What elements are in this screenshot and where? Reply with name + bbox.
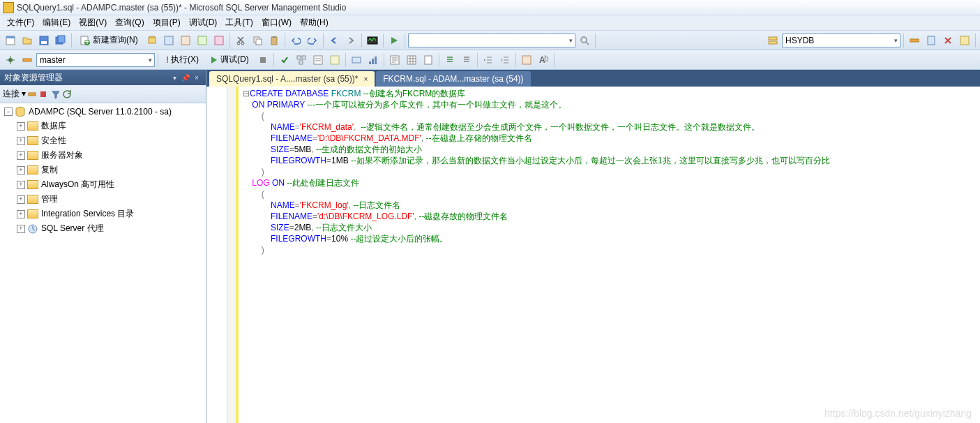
nav-forward-icon[interactable] [343, 33, 359, 48]
copy-icon[interactable] [250, 33, 265, 48]
expand-icon[interactable]: + [17, 151, 25, 160]
registered-servers-icon[interactable] [765, 33, 781, 48]
svg-rect-18 [256, 39, 262, 45]
start-debug-icon[interactable] [386, 33, 402, 48]
node-replication[interactable]: +复制 [14, 163, 204, 177]
expand-icon[interactable]: + [17, 225, 25, 233]
disconnect-icon[interactable] [940, 33, 956, 48]
menu-project[interactable]: 项目(P) [149, 15, 185, 30]
indent-less-icon[interactable] [481, 52, 496, 68]
include-stats-icon[interactable] [365, 52, 381, 68]
svg-rect-41 [407, 56, 416, 64]
results-text-icon[interactable] [387, 52, 402, 68]
svg-rect-43 [522, 56, 531, 64]
expand-icon[interactable]: + [17, 122, 25, 131]
template-explorer-icon[interactable] [957, 33, 972, 48]
connect-icon[interactable] [3, 52, 18, 68]
expand-icon[interactable]: + [17, 210, 25, 218]
svg-rect-3 [41, 41, 47, 44]
include-plan-icon[interactable] [349, 52, 364, 68]
collapse-icon[interactable]: − [4, 107, 13, 116]
node-alwayson[interactable]: +AlwaysOn 高可用性 [14, 177, 204, 192]
save-all-icon[interactable] [53, 33, 68, 48]
uncomment-icon[interactable] [459, 52, 474, 68]
nav-back-icon[interactable] [326, 33, 342, 48]
estimated-plan-icon[interactable] [294, 52, 309, 68]
separator [975, 34, 976, 47]
cancel-query-icon[interactable] [255, 52, 271, 68]
activity-monitor-icon[interactable] [365, 33, 380, 48]
db-engine-query-icon[interactable] [144, 33, 160, 48]
analysis-query-icon[interactable] [161, 33, 176, 48]
indent-more-icon[interactable] [497, 52, 513, 68]
tab-sqlquery1[interactable]: SQLQuery1.sql - A....master (sa (55))*× [209, 71, 375, 87]
expand-icon[interactable]: + [17, 166, 25, 175]
debug-button[interactable]: 调试(D) [205, 52, 254, 68]
change-connection-icon[interactable] [907, 33, 922, 48]
tab-fkcrm[interactable]: FKCRM.sql - ADAM...master (sa (54)) [376, 71, 530, 87]
dropdown-icon[interactable]: ▾ [169, 73, 179, 82]
object-tree[interactable]: − ADAMPC (SQL Server 11.0.2100 - sa) +数据… [0, 103, 206, 423]
object-explorer-header: 对象资源管理器 ▾ 📌 × [0, 70, 206, 85]
pin-icon[interactable]: 📌 [181, 73, 190, 82]
svg-rect-13 [198, 36, 206, 45]
redo-icon[interactable] [305, 33, 320, 48]
intellisense-icon[interactable] [327, 52, 342, 68]
node-databases[interactable]: +数据库 [14, 119, 204, 133]
open-icon[interactable] [20, 33, 35, 48]
find-combo[interactable] [408, 34, 575, 47]
results-file-icon[interactable] [421, 52, 436, 68]
expand-icon[interactable]: + [17, 181, 25, 189]
menu-file[interactable]: 文件(F) [3, 15, 38, 30]
trace-query-icon[interactable]: Ab [536, 52, 551, 68]
paste-icon[interactable] [266, 33, 282, 48]
node-agent[interactable]: +SQL Server 代理 [14, 221, 204, 236]
cut-icon[interactable] [233, 33, 248, 48]
refresh-icon[interactable] [62, 89, 72, 99]
disconnect-icon[interactable] [27, 89, 37, 99]
node-integration[interactable]: +Integration Services 目录 [14, 207, 204, 221]
database-combo[interactable]: HSYDB [782, 34, 900, 47]
code-editor[interactable]: ⊟CREATE DATABASE FKCRM --创建名为FKCRM的数据库 O… [206, 87, 980, 423]
results-grid-icon[interactable] [404, 52, 419, 68]
new-query-button[interactable]: + 新建查询(N) [75, 32, 143, 48]
execute-button[interactable]: ! 执行(X) [161, 52, 204, 68]
parse-icon[interactable] [277, 52, 292, 68]
menu-edit[interactable]: 编辑(E) [38, 15, 75, 30]
mdx-query-icon[interactable] [178, 33, 193, 48]
play-icon [210, 56, 218, 64]
folder-icon [27, 151, 38, 160]
node-management[interactable]: +管理 [14, 192, 204, 207]
save-icon[interactable] [36, 33, 52, 48]
code-body[interactable]: ⊟CREATE DATABASE FKCRM --创建名为FKCRM的数据库 O… [239, 87, 980, 423]
connect-dropdown[interactable]: 连接 ▾ [3, 88, 26, 100]
menu-help[interactable]: 帮助(H) [296, 15, 333, 30]
undo-icon[interactable] [288, 33, 303, 48]
node-security[interactable]: +安全性 [14, 133, 204, 148]
node-server-objects[interactable]: +服务器对象 [14, 148, 204, 163]
find-icon[interactable] [577, 33, 592, 48]
new-project-icon[interactable] [3, 33, 18, 48]
stop-icon[interactable] [38, 89, 48, 99]
registered-servers2-icon[interactable] [924, 33, 939, 48]
menu-view[interactable]: 视图(V) [75, 15, 111, 30]
db-context-combo[interactable]: master [36, 53, 155, 67]
menu-tools[interactable]: 工具(T) [221, 15, 257, 30]
dmx-query-icon[interactable] [195, 33, 210, 48]
close-icon[interactable]: × [192, 73, 202, 82]
comment-icon[interactable] [442, 52, 458, 68]
node-label: AlwaysOn 高可用性 [41, 179, 114, 191]
expand-icon[interactable]: + [17, 137, 25, 145]
filter-icon[interactable] [51, 89, 61, 99]
menu-query[interactable]: 查询(Q) [111, 15, 148, 30]
menu-window[interactable]: 窗口(W) [257, 15, 296, 30]
expand-icon[interactable]: + [17, 195, 25, 204]
server-node[interactable]: − ADAMPC (SQL Server 11.0.2100 - sa) [1, 105, 204, 119]
tab-close-icon[interactable]: × [363, 75, 368, 83]
menu-debug[interactable]: 调试(D) [185, 15, 222, 30]
query-options-icon[interactable] [310, 52, 326, 68]
change-conn-icon[interactable] [20, 52, 35, 68]
folder-icon [27, 180, 38, 189]
xmla-query-icon[interactable] [211, 33, 227, 48]
specify-values-icon[interactable] [519, 52, 534, 68]
